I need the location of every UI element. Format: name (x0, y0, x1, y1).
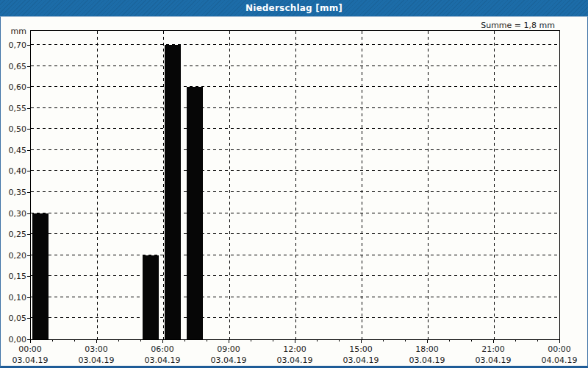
precip-bar (32, 213, 49, 339)
y-tick-label: 0,60 (1, 82, 26, 92)
y-tick (27, 192, 30, 193)
x-tick-date-label: 03.04.19 (137, 355, 188, 365)
y-tick-label: 0,30 (1, 209, 26, 219)
chart-panel: Summe = 1,8 mm mm 0,000,050,100,150,200,… (0, 16, 588, 368)
x-minor-tick (251, 339, 251, 342)
y-tick-label: 0,00 (1, 335, 26, 344)
y-tick-label: 0,40 (1, 166, 26, 176)
v-gridline (295, 31, 296, 339)
x-major-tick (493, 339, 494, 343)
v-gridline (428, 31, 429, 339)
window-titlebar: Niederschlag [mm] (0, 0, 588, 16)
x-tick-time-label: 15:00 (335, 344, 387, 354)
y-tick (27, 297, 30, 298)
x-tick-time-label: 21:00 (467, 344, 519, 354)
x-major-tick (162, 339, 163, 343)
y-tick-label: 0,20 (1, 251, 26, 261)
y-tick (27, 108, 30, 109)
x-major-tick (295, 339, 295, 343)
x-minor-tick (515, 339, 516, 342)
x-tick-date-label: 03.04.19 (335, 355, 387, 365)
x-minor-tick (184, 339, 185, 342)
sum-label: Summe = 1,8 mm (481, 21, 555, 30)
v-gridline (362, 31, 362, 339)
x-major-tick (559, 339, 560, 343)
x-major-tick (96, 339, 97, 343)
y-tick (27, 45, 30, 46)
x-major-tick (229, 339, 229, 343)
x-major-tick (427, 339, 428, 343)
x-minor-tick (118, 339, 119, 342)
x-tick-date-label: 04.04.19 (534, 355, 585, 365)
x-minor-tick (537, 339, 538, 342)
v-gridline (494, 31, 495, 339)
precip-bar (165, 45, 181, 339)
x-minor-tick (449, 339, 450, 342)
precip-bar (187, 87, 203, 339)
x-tick-date-label: 03.04.19 (4, 355, 56, 365)
chart-window: Niederschlag [mm] Summe = 1,8 mm mm 0,00… (0, 0, 588, 368)
y-tick-label: 0,15 (1, 272, 26, 281)
x-tick-time-label: 12:00 (269, 344, 320, 354)
y-tick-label: 0,35 (1, 188, 26, 197)
x-minor-tick (273, 339, 273, 342)
y-tick-label: 0,45 (1, 146, 26, 155)
y-tick (27, 213, 30, 214)
precip-bar (143, 255, 159, 339)
x-minor-tick (383, 339, 384, 342)
x-tick-time-label: 18:00 (401, 344, 453, 354)
x-tick-date-label: 03.04.19 (203, 355, 254, 365)
y-tick-label: 0,70 (1, 40, 26, 50)
v-gridline (163, 31, 164, 339)
v-gridline (229, 31, 230, 339)
y-tick-label: 0,55 (1, 104, 26, 113)
y-tick (27, 255, 30, 256)
x-minor-tick (405, 339, 406, 342)
y-tick (27, 234, 30, 235)
y-tick-label: 0,05 (1, 314, 26, 323)
y-tick-label: 0,50 (1, 124, 26, 134)
x-tick-time-label: 00:00 (4, 344, 56, 354)
x-tick-time-label: 00:00 (534, 344, 585, 354)
x-major-tick (361, 339, 362, 343)
x-tick-date-label: 03.04.19 (71, 355, 122, 365)
x-tick-date-label: 03.04.19 (269, 355, 320, 365)
x-minor-tick (140, 339, 141, 342)
y-tick-label: 0,10 (1, 293, 26, 302)
x-tick-time-label: 09:00 (203, 344, 254, 354)
x-major-tick (30, 339, 31, 343)
plot-area (30, 30, 560, 340)
x-minor-tick (207, 339, 207, 342)
y-tick (27, 150, 30, 151)
v-gridline (97, 31, 98, 339)
x-tick-time-label: 03:00 (71, 344, 122, 354)
chart-title: Niederschlag [mm] (245, 3, 343, 13)
x-minor-tick (471, 339, 472, 342)
y-tick-label: 0,25 (1, 230, 26, 239)
y-tick (27, 129, 30, 130)
x-tick-date-label: 03.04.19 (401, 355, 453, 365)
x-tick-time-label: 06:00 (137, 344, 188, 354)
x-minor-tick (339, 339, 340, 342)
x-minor-tick (52, 339, 53, 342)
y-tick (27, 318, 30, 319)
y-tick (27, 276, 30, 277)
y-tick-label: 0,65 (1, 62, 26, 71)
x-minor-tick (317, 339, 318, 342)
y-tick (27, 66, 30, 67)
x-minor-tick (74, 339, 75, 342)
y-tick (27, 87, 30, 88)
y-tick (27, 171, 30, 171)
x-tick-date-label: 03.04.19 (467, 355, 519, 365)
y-axis-unit-label: mm (1, 26, 26, 36)
